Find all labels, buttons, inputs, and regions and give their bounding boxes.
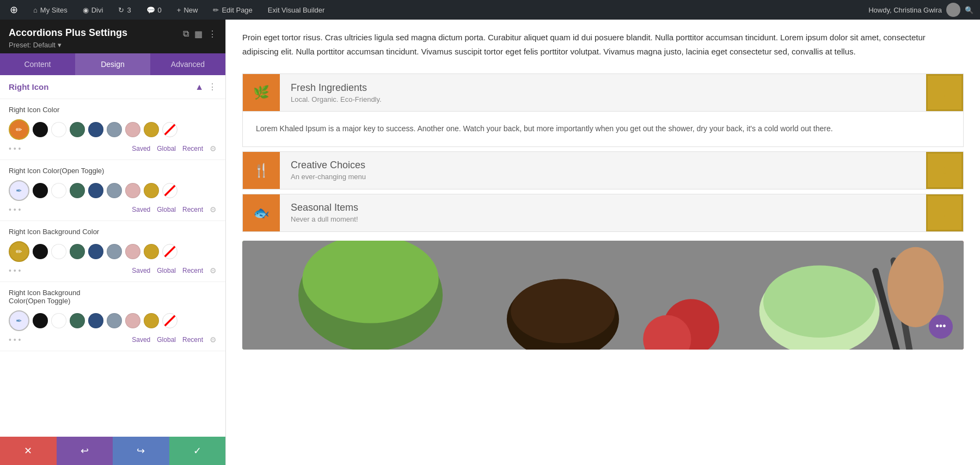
color-swatch-gray-3[interactable] [107,244,122,259]
section-collapse-icon[interactable]: ▲ [195,82,204,92]
color-tabs-row-2: • • • Saved Global Recent ⚙ [9,205,217,214]
color-swatch-white-2[interactable] [51,183,66,198]
color-dots-3[interactable]: • • • [9,266,21,275]
color-selected-1[interactable]: ✏ [9,119,29,140]
color-tab-saved-1[interactable]: Saved [132,145,150,152]
color-tab-saved-2[interactable]: Saved [132,206,150,213]
color-swatch-transparent-3[interactable] [162,244,177,259]
color-tab-global-3[interactable]: Global [157,267,176,274]
cancel-button[interactable]: ✕ [0,437,57,465]
exit-builder-link[interactable]: Exit Visual Builder [265,0,328,20]
color-dots-1[interactable]: • • • [9,144,21,153]
accordion-toggle-2[interactable]: ↓ [926,194,963,231]
color-selected-2[interactable]: ✒ [9,180,29,201]
color-swatch-gold-1[interactable] [144,122,159,137]
color-tab-saved-4[interactable]: Saved [132,336,150,344]
accordion-header-2[interactable]: 🐟 Seasonal Items Never a dull moment! ↓ [243,194,963,231]
color-selected-4[interactable]: ✒ [9,310,29,331]
color-row-3: ✏ [9,241,217,262]
color-swatch-pink-2[interactable] [125,183,140,198]
section-controls: ▲ ⋮ [195,82,217,92]
color-swatch-black-1[interactable] [33,122,48,137]
color-tab-global-2[interactable]: Global [157,206,176,213]
color-swatch-white-3[interactable] [51,244,66,259]
color-swatch-green-3[interactable] [70,244,85,259]
color-swatch-gray-2[interactable] [107,183,122,198]
sidebar-title: Accordions Plus Settings [9,27,127,39]
color-label-3: Right Icon Background Color [9,228,217,236]
color-swatch-black-3[interactable] [33,244,48,259]
color-swatch-gold-3[interactable] [144,244,159,259]
wp-icon: ⊕ [10,4,18,16]
divi-link[interactable]: ◉ Divi [79,0,107,20]
color-tab-recent-2[interactable]: Recent [182,206,203,213]
color-swatch-green-1[interactable] [70,122,85,137]
color-tab-global-4[interactable]: Global [157,336,176,344]
color-swatch-transparent-4[interactable] [162,313,177,328]
tab-content[interactable]: Content [0,53,75,75]
sidebar-more-icon[interactable]: ⋮ [208,29,217,39]
color-swatch-blue-2[interactable] [88,183,103,198]
fab-button[interactable]: ••• [929,315,953,339]
color-tab-global-1[interactable]: Global [157,145,176,152]
color-swatch-green-2[interactable] [70,183,85,198]
tab-advanced[interactable]: Advanced [150,53,225,75]
color-swatch-gray-4[interactable] [107,313,122,328]
leaf-icon: 🌿 [253,85,270,100]
color-swatch-pink-4[interactable] [125,313,140,328]
edit-page-link[interactable]: ✏ Edit Page [210,0,255,20]
accordion-header-1[interactable]: 🍴 Creative Choices An ever-changing menu… [243,152,963,189]
undo-button[interactable]: ↩ [57,437,113,465]
color-swatch-gold-2[interactable] [144,183,159,198]
comments-count[interactable]: ↻ 3 [115,0,134,20]
color-swatch-blue-4[interactable] [88,313,103,328]
color-tab-recent-1[interactable]: Recent [182,145,203,152]
color-swatch-white-4[interactable] [51,313,66,328]
color-dots-2[interactable]: • • • [9,205,21,214]
color-swatch-blue-3[interactable] [88,244,103,259]
accordion-header-0[interactable]: 🌿 Fresh Ingredients Local. Organic. Eco-… [243,74,963,111]
new-link[interactable]: + New [174,0,201,20]
color-swatch-black-2[interactable] [33,183,48,198]
color-selected-3[interactable]: ✏ [9,241,29,262]
color-gear-2[interactable]: ⚙ [210,205,217,214]
color-gear-3[interactable]: ⚙ [210,266,217,275]
color-swatch-transparent-2[interactable] [162,183,177,198]
sidebar-preset[interactable]: Preset: Default ▾ [9,41,217,49]
sidebar-layout-icon[interactable]: ▦ [194,29,203,39]
eyedropper-icon-3: ✏ [16,247,22,256]
color-swatch-gold-4[interactable] [144,313,159,328]
save-button[interactable]: ✓ [169,437,226,465]
color-tab-recent-3[interactable]: Recent [182,267,203,274]
accordion-toggle-1[interactable]: ↓ [926,152,963,189]
color-swatch-pink-3[interactable] [125,244,140,259]
color-tabs-row-1: • • • Saved Global Recent ⚙ [9,144,217,153]
accordion-toggle-0[interactable]: ↓ [926,74,963,111]
color-swatch-gray-1[interactable] [107,122,122,137]
color-dots-4[interactable]: • • • [9,335,21,344]
accordion-item-0: 🌿 Fresh Ingredients Local. Organic. Eco-… [242,74,964,147]
color-gear-4[interactable]: ⚙ [210,335,217,344]
color-tab-recent-4[interactable]: Recent [182,336,203,344]
color-label-1: Right Icon Color [9,106,217,114]
search-icon[interactable]: 🔍 [965,6,973,14]
color-swatch-transparent-1[interactable] [162,122,177,137]
my-sites-link[interactable]: ⌂ My Sites [30,0,71,20]
color-swatch-green-4[interactable] [70,313,85,328]
color-row-4: ✒ [9,310,217,331]
redo-button[interactable]: ↪ [113,437,169,465]
color-swatch-pink-1[interactable] [125,122,140,137]
color-swatch-blue-1[interactable] [88,122,103,137]
section-menu-icon[interactable]: ⋮ [208,82,217,92]
color-swatch-white-1[interactable] [51,122,66,137]
tab-design[interactable]: Design [75,53,150,75]
wp-logo[interactable]: ⊕ [7,0,21,20]
accordion-text-1: Creative Choices An ever-changing menu [280,152,926,188]
sidebar-resize-icon[interactable]: ⧉ [183,29,189,39]
color-tab-saved-3[interactable]: Saved [132,267,150,274]
color-gear-1[interactable]: ⚙ [210,144,217,153]
color-swatch-black-4[interactable] [33,313,48,328]
sidebar-header: Accordions Plus Settings ⧉ ▦ ⋮ Preset: D… [0,20,225,53]
notifications-count[interactable]: 💬 0 [143,0,165,20]
pencil-icon: ✏ [213,6,219,14]
